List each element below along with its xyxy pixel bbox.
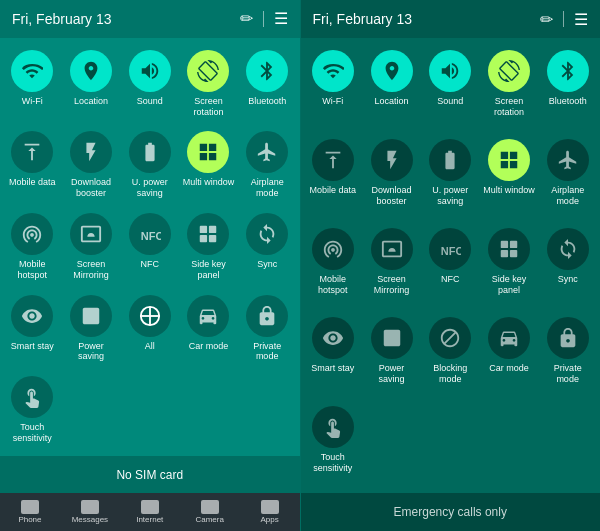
- icon-item-airplane-mode[interactable]: Airplane mode: [239, 125, 296, 205]
- icon-circle-screen-mirroring: [371, 228, 413, 270]
- app-bar-phone[interactable]: Phone: [0, 493, 60, 531]
- svg-rect-12: [510, 250, 517, 257]
- icon-item-screen-rotation[interactable]: Screen rotation: [481, 44, 538, 131]
- icon-label-bluetooth: Bluetooth: [248, 96, 286, 107]
- icon-item-download-booster[interactable]: Download booster: [363, 133, 420, 220]
- icon-item-smart-stay[interactable]: Smart stay: [305, 311, 362, 398]
- icon-circle-u-power-saving: [429, 139, 471, 181]
- icon-label-download-booster: Download booster: [65, 177, 117, 199]
- icon-item-wifi[interactable]: Wi-Fi: [4, 44, 61, 124]
- icon-item-private-mode[interactable]: Private mode: [539, 311, 596, 398]
- icon-item-multi-window[interactable]: Multi window: [180, 125, 237, 205]
- icon-item-power-saving[interactable]: Power saving: [363, 311, 420, 398]
- icon-item-wifi[interactable]: Wi-Fi: [305, 44, 362, 131]
- right-edit-icon[interactable]: ✏: [540, 10, 553, 29]
- icon-item-sync[interactable]: Sync: [539, 222, 596, 309]
- app-bar-internet[interactable]: Internet: [120, 493, 180, 531]
- icon-circle-side-key-panel: [488, 228, 530, 270]
- left-date: Fri, February 13: [12, 11, 112, 27]
- icon-circle-download-booster: [371, 139, 413, 181]
- icon-circle-nfc: NFC: [129, 213, 171, 255]
- icon-item-location[interactable]: Location: [63, 44, 120, 124]
- icon-circle-mobile-hotspot: [11, 213, 53, 255]
- icon-item-side-key-panel[interactable]: Side key panel: [481, 222, 538, 309]
- icon-label-private-mode: Private mode: [542, 363, 594, 385]
- icon-item-car-mode[interactable]: Car mode: [481, 311, 538, 398]
- svg-rect-9: [501, 241, 508, 248]
- icon-circle-touch-sensitivity: [11, 376, 53, 418]
- icon-label-u-power-saving: U. power saving: [124, 177, 176, 199]
- icon-circle-car-mode: [488, 317, 530, 359]
- svg-text:NFC: NFC: [441, 245, 461, 257]
- icon-item-download-booster[interactable]: Download booster: [63, 125, 120, 205]
- icon-label-wifi: Wi-Fi: [22, 96, 43, 107]
- left-menu-icon[interactable]: ☰: [274, 9, 288, 28]
- icon-item-mobile-hotspot[interactable]: Mobile hotspot: [305, 222, 362, 309]
- icon-item-blocking-mode[interactable]: Blocking mode: [422, 311, 479, 398]
- icon-label-airplane-mode: Airplane mode: [241, 177, 293, 199]
- icon-circle-location: [70, 50, 112, 92]
- icon-item-side-key-panel[interactable]: Side key panel: [180, 207, 237, 287]
- app-bar-camera[interactable]: Camera: [180, 493, 240, 531]
- svg-text:NFC: NFC: [141, 229, 161, 241]
- icon-item-all[interactable]: All: [121, 289, 178, 369]
- icon-item-smart-stay[interactable]: Smart stay: [4, 289, 61, 369]
- icon-label-screen-mirroring: Screen Mirroring: [366, 274, 418, 296]
- icon-circle-screen-rotation: [187, 50, 229, 92]
- icon-circle-screen-rotation: [488, 50, 530, 92]
- icon-label-mobile-data: Mobile data: [9, 177, 56, 188]
- icon-item-nfc[interactable]: NFCNFC: [121, 207, 178, 287]
- icon-circle-sound: [429, 50, 471, 92]
- icon-item-u-power-saving[interactable]: U. power saving: [422, 133, 479, 220]
- icon-circle-download-booster: [70, 131, 112, 173]
- icon-item-screen-rotation[interactable]: Screen rotation: [180, 44, 237, 124]
- svg-rect-10: [510, 241, 517, 248]
- right-header-divider: [563, 11, 564, 27]
- app-bar-label-camera: Camera: [195, 515, 223, 524]
- icon-item-mobile-data[interactable]: Mobile data: [4, 125, 61, 205]
- icon-label-wifi: Wi-Fi: [322, 96, 343, 107]
- icon-label-car-mode: Car mode: [189, 341, 229, 352]
- icon-circle-screen-mirroring: [70, 213, 112, 255]
- icon-label-mobile-data: Mobile data: [310, 185, 357, 196]
- icon-item-location[interactable]: Location: [363, 44, 420, 131]
- icon-circle-bluetooth: [547, 50, 589, 92]
- icon-label-side-key-panel: Side key panel: [483, 274, 535, 296]
- app-bar-messages[interactable]: Messages: [60, 493, 120, 531]
- icon-item-u-power-saving[interactable]: U. power saving: [121, 125, 178, 205]
- icon-item-screen-mirroring[interactable]: Screen Mirroring: [363, 222, 420, 309]
- icon-item-car-mode[interactable]: Car mode: [180, 289, 237, 369]
- icon-item-airplane-mode[interactable]: Airplane mode: [539, 133, 596, 220]
- icon-circle-mobile-hotspot: [312, 228, 354, 270]
- icon-item-sound[interactable]: Sound: [121, 44, 178, 124]
- app-bar-label-apps: Apps: [260, 515, 278, 524]
- icon-item-screen-mirroring[interactable]: Screen Mirroring: [63, 207, 120, 287]
- icon-item-power-saving[interactable]: Power saving: [63, 289, 120, 369]
- right-panel: Fri, February 13 ✏ ☰ Wi-FiLocationSoundS…: [301, 0, 601, 531]
- icon-item-mobile-hotspot[interactable]: Mobile hotspot: [4, 207, 61, 287]
- left-edit-icon[interactable]: ✏: [240, 9, 253, 28]
- right-menu-icon[interactable]: ☰: [574, 10, 588, 29]
- icon-circle-car-mode: [187, 295, 229, 337]
- icon-circle-airplane-mode: [246, 131, 288, 173]
- icon-label-download-booster: Download booster: [366, 185, 418, 207]
- icon-item-bluetooth[interactable]: Bluetooth: [539, 44, 596, 131]
- icon-item-private-mode[interactable]: Private mode: [239, 289, 296, 369]
- left-header: Fri, February 13 ✏ ☰: [0, 0, 300, 38]
- icon-item-sound[interactable]: Sound: [422, 44, 479, 131]
- icon-label-mobile-hotspot: Mobile hotspot: [6, 259, 58, 281]
- icon-circle-blocking-mode: [429, 317, 471, 359]
- icon-label-location: Location: [375, 96, 409, 107]
- icon-item-multi-window[interactable]: Multi window: [481, 133, 538, 220]
- app-bar-apps[interactable]: Apps: [240, 493, 300, 531]
- icon-item-bluetooth[interactable]: Bluetooth: [239, 44, 296, 124]
- icon-item-touch-sensitivity[interactable]: Touch sensitivity: [305, 400, 362, 487]
- svg-rect-2: [209, 226, 216, 233]
- icon-item-touch-sensitivity[interactable]: Touch sensitivity: [4, 370, 61, 450]
- icon-item-sync[interactable]: Sync: [239, 207, 296, 287]
- icon-item-mobile-data[interactable]: Mobile data: [305, 133, 362, 220]
- app-bar-icon-apps: [261, 500, 279, 514]
- icon-label-sync: Sync: [558, 274, 578, 285]
- icon-circle-power-saving: [371, 317, 413, 359]
- icon-item-nfc[interactable]: NFCNFC: [422, 222, 479, 309]
